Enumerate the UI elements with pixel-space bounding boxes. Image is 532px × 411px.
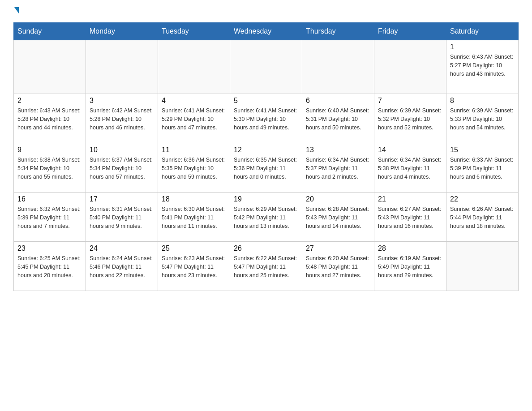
day-number: 21 [378, 195, 442, 203]
day-header-friday: Friday [374, 23, 446, 40]
calendar-cell [446, 242, 519, 291]
day-header-tuesday: Tuesday [158, 23, 230, 40]
calendar-cell: 1Sunrise: 6:43 AM Sunset: 5:27 PM Daylig… [446, 40, 519, 94]
calendar-cell: 20Sunrise: 6:28 AM Sunset: 5:43 PM Dayli… [302, 193, 374, 242]
day-info: Sunrise: 6:31 AM Sunset: 5:40 PM Dayligh… [90, 205, 154, 230]
day-number: 2 [17, 97, 82, 105]
calendar-cell: 18Sunrise: 6:30 AM Sunset: 5:41 PM Dayli… [158, 193, 230, 242]
calendar-cell: 14Sunrise: 6:34 AM Sunset: 5:38 PM Dayli… [374, 143, 446, 193]
day-number: 7 [378, 97, 442, 105]
calendar-cell: 8Sunrise: 6:39 AM Sunset: 5:33 PM Daylig… [446, 94, 519, 143]
day-info: Sunrise: 6:26 AM Sunset: 5:44 PM Dayligh… [450, 205, 515, 230]
day-info: Sunrise: 6:33 AM Sunset: 5:39 PM Dayligh… [450, 156, 515, 181]
logo-arrow-icon [14, 7, 19, 13]
day-header-wednesday: Wednesday [230, 23, 302, 40]
day-info: Sunrise: 6:34 AM Sunset: 5:37 PM Dayligh… [306, 156, 370, 181]
calendar-cell [374, 40, 446, 94]
day-number: 18 [162, 195, 226, 203]
day-info: Sunrise: 6:29 AM Sunset: 5:42 PM Dayligh… [234, 205, 298, 230]
day-number: 25 [162, 244, 226, 253]
day-number: 9 [17, 146, 82, 154]
day-info: Sunrise: 6:42 AM Sunset: 5:28 PM Dayligh… [90, 107, 154, 132]
day-info: Sunrise: 6:35 AM Sunset: 5:36 PM Dayligh… [234, 156, 298, 181]
calendar-cell: 4Sunrise: 6:41 AM Sunset: 5:29 PM Daylig… [158, 94, 230, 143]
day-info: Sunrise: 6:41 AM Sunset: 5:30 PM Dayligh… [234, 107, 298, 132]
calendar-cell: 28Sunrise: 6:19 AM Sunset: 5:49 PM Dayli… [374, 242, 446, 291]
calendar-header: SundayMondayTuesdayWednesdayThursdayFrid… [14, 23, 519, 40]
day-number: 23 [17, 244, 82, 253]
day-number: 5 [234, 97, 298, 105]
day-number: 11 [162, 146, 226, 154]
calendar-cell: 16Sunrise: 6:32 AM Sunset: 5:39 PM Dayli… [14, 193, 86, 242]
calendar-cell: 11Sunrise: 6:36 AM Sunset: 5:35 PM Dayli… [158, 143, 230, 193]
day-number: 10 [90, 146, 154, 154]
week-row-4: 16Sunrise: 6:32 AM Sunset: 5:39 PM Dayli… [14, 193, 519, 242]
day-number: 17 [90, 195, 154, 203]
day-info: Sunrise: 6:20 AM Sunset: 5:48 PM Dayligh… [306, 254, 370, 279]
day-number: 14 [378, 146, 442, 154]
day-header-sunday: Sunday [14, 23, 86, 40]
calendar-cell: 21Sunrise: 6:27 AM Sunset: 5:43 PM Dayli… [374, 193, 446, 242]
calendar-cell: 23Sunrise: 6:25 AM Sunset: 5:45 PM Dayli… [14, 242, 86, 291]
day-info: Sunrise: 6:39 AM Sunset: 5:33 PM Dayligh… [450, 107, 515, 132]
logo [13, 9, 19, 13]
day-number: 27 [306, 244, 370, 253]
day-info: Sunrise: 6:22 AM Sunset: 5:47 PM Dayligh… [234, 254, 298, 279]
day-number: 20 [306, 195, 370, 203]
calendar-cell: 22Sunrise: 6:26 AM Sunset: 5:44 PM Dayli… [446, 193, 519, 242]
calendar-body: 1Sunrise: 6:43 AM Sunset: 5:27 PM Daylig… [14, 40, 519, 291]
day-number: 24 [90, 244, 154, 253]
calendar-cell: 10Sunrise: 6:37 AM Sunset: 5:34 PM Dayli… [86, 143, 158, 193]
day-number: 12 [234, 146, 298, 154]
day-number: 4 [162, 97, 226, 105]
week-row-2: 2Sunrise: 6:43 AM Sunset: 5:28 PM Daylig… [14, 94, 519, 143]
day-info: Sunrise: 6:43 AM Sunset: 5:28 PM Dayligh… [17, 107, 82, 132]
calendar-cell: 5Sunrise: 6:41 AM Sunset: 5:30 PM Daylig… [230, 94, 302, 143]
calendar-cell: 2Sunrise: 6:43 AM Sunset: 5:28 PM Daylig… [14, 94, 86, 143]
calendar-cell: 3Sunrise: 6:42 AM Sunset: 5:28 PM Daylig… [86, 94, 158, 143]
calendar-cell: 12Sunrise: 6:35 AM Sunset: 5:36 PM Dayli… [230, 143, 302, 193]
day-info: Sunrise: 6:25 AM Sunset: 5:45 PM Dayligh… [17, 254, 82, 279]
day-info: Sunrise: 6:30 AM Sunset: 5:41 PM Dayligh… [162, 205, 226, 230]
day-info: Sunrise: 6:41 AM Sunset: 5:29 PM Dayligh… [162, 107, 226, 132]
day-header-saturday: Saturday [446, 23, 519, 40]
day-info: Sunrise: 6:32 AM Sunset: 5:39 PM Dayligh… [17, 205, 82, 230]
day-number: 28 [378, 244, 442, 253]
calendar-cell [302, 40, 374, 94]
day-info: Sunrise: 6:28 AM Sunset: 5:43 PM Dayligh… [306, 205, 370, 230]
calendar-table: SundayMondayTuesdayWednesdayThursdayFrid… [13, 22, 519, 291]
day-info: Sunrise: 6:40 AM Sunset: 5:31 PM Dayligh… [306, 107, 370, 132]
day-number: 6 [306, 97, 370, 105]
calendar-cell: 19Sunrise: 6:29 AM Sunset: 5:42 PM Dayli… [230, 193, 302, 242]
calendar-cell: 15Sunrise: 6:33 AM Sunset: 5:39 PM Dayli… [446, 143, 519, 193]
calendar-cell: 25Sunrise: 6:23 AM Sunset: 5:47 PM Dayli… [158, 242, 230, 291]
calendar-cell: 7Sunrise: 6:39 AM Sunset: 5:32 PM Daylig… [374, 94, 446, 143]
day-number: 15 [450, 146, 515, 154]
calendar-cell [14, 40, 86, 94]
day-header-monday: Monday [86, 23, 158, 40]
week-row-5: 23Sunrise: 6:25 AM Sunset: 5:45 PM Dayli… [14, 242, 519, 291]
week-row-3: 9Sunrise: 6:38 AM Sunset: 5:34 PM Daylig… [14, 143, 519, 193]
day-info: Sunrise: 6:19 AM Sunset: 5:49 PM Dayligh… [378, 254, 442, 279]
day-info: Sunrise: 6:36 AM Sunset: 5:35 PM Dayligh… [162, 156, 226, 181]
calendar-cell: 6Sunrise: 6:40 AM Sunset: 5:31 PM Daylig… [302, 94, 374, 143]
calendar-cell: 27Sunrise: 6:20 AM Sunset: 5:48 PM Dayli… [302, 242, 374, 291]
day-number: 1 [450, 43, 515, 51]
week-row-1: 1Sunrise: 6:43 AM Sunset: 5:27 PM Daylig… [14, 40, 519, 94]
day-header-thursday: Thursday [302, 23, 374, 40]
days-of-week-row: SundayMondayTuesdayWednesdayThursdayFrid… [14, 23, 519, 40]
page-header [13, 9, 519, 13]
day-number: 16 [17, 195, 82, 203]
calendar-cell: 17Sunrise: 6:31 AM Sunset: 5:40 PM Dayli… [86, 193, 158, 242]
day-info: Sunrise: 6:38 AM Sunset: 5:34 PM Dayligh… [17, 156, 82, 181]
day-number: 3 [90, 97, 154, 105]
day-number: 26 [234, 244, 298, 253]
day-info: Sunrise: 6:24 AM Sunset: 5:46 PM Dayligh… [90, 254, 154, 279]
calendar-cell: 24Sunrise: 6:24 AM Sunset: 5:46 PM Dayli… [86, 242, 158, 291]
day-info: Sunrise: 6:37 AM Sunset: 5:34 PM Dayligh… [90, 156, 154, 181]
calendar-cell: 13Sunrise: 6:34 AM Sunset: 5:37 PM Dayli… [302, 143, 374, 193]
day-number: 22 [450, 195, 515, 203]
calendar-cell [158, 40, 230, 94]
calendar-cell [230, 40, 302, 94]
day-number: 19 [234, 195, 298, 203]
